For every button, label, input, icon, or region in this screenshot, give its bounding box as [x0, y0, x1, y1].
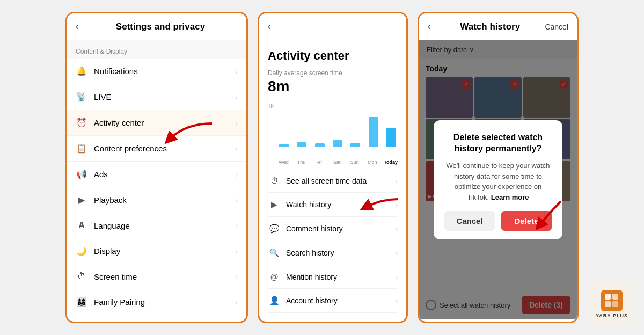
ads-label: Ads: [94, 170, 235, 179]
menu-content-prefs[interactable]: 📋 Content preferences ›: [67, 136, 246, 162]
watch-history-panel: ‹ Watch history Cancel Filter by date ∨ …: [418, 12, 579, 323]
menu-screen-time[interactable]: ⏱ Screen time ›: [67, 264, 246, 289]
svg-rect-6: [612, 301, 618, 307]
chevron-icon: ›: [235, 93, 238, 101]
activity-back-button[interactable]: ‹: [268, 21, 271, 32]
menu-ads[interactable]: 📢 Ads ›: [67, 162, 246, 187]
chevron-icon: ›: [235, 196, 238, 205]
activity-label: Activity center: [94, 118, 235, 127]
label-sun: Sun: [348, 159, 361, 165]
modal-actions: Cancel Delete: [444, 211, 552, 231]
search-label: Search history: [286, 249, 396, 257]
chevron-icon: ›: [235, 144, 238, 153]
menu-playback[interactable]: ▶ Playback ›: [67, 187, 246, 213]
chevron-icon: ›: [396, 249, 398, 257]
bar-sun: [350, 143, 360, 147]
account-icon: 👤: [268, 296, 281, 305]
chart-bar-fri: [313, 143, 326, 147]
live-icon: 📡: [76, 92, 87, 102]
content-prefs-icon: 📋: [76, 143, 87, 154]
display-icon: 🌙: [76, 246, 87, 256]
settings-body: Content & Display 🔔 Notifications › 📡 LI…: [67, 40, 246, 319]
svg-rect-5: [605, 301, 611, 307]
menu-search-history[interactable]: 🔍 Search history ›: [268, 241, 398, 265]
back-button[interactable]: ‹: [76, 21, 79, 32]
settings-header: ‹ Settings and privacy: [67, 13, 246, 40]
svg-rect-4: [612, 294, 618, 300]
yara-logo: YARA PLUS: [590, 282, 633, 325]
label-mon: Mon: [366, 159, 378, 165]
chart-bar-sat: [331, 140, 343, 147]
chart-labels: Wed Thu Fri Sat Sun Mon Today: [277, 159, 398, 165]
svg-rect-3: [605, 294, 611, 300]
menu-watch-history[interactable]: ▶ Watch history ›: [268, 193, 398, 217]
menu-recently-deleted[interactable]: 🗑 Recently deleted ›: [268, 313, 398, 319]
language-label: Language: [94, 221, 235, 230]
modal-overlay: Delete selected watch history permanentl…: [419, 40, 577, 319]
screen-time-chart: 1h: [268, 104, 398, 157]
section-content-display: Content & Display: [67, 40, 246, 59]
chevron-icon: ›: [396, 201, 398, 209]
language-icon: A: [76, 221, 87, 230]
menu-account-history[interactable]: 👤 Account history ›: [268, 289, 398, 313]
activity-title: Activity center: [268, 49, 398, 63]
chart-bar-wed: [277, 144, 290, 147]
watch-header: ‹ Watch history Cancel: [419, 13, 577, 40]
mention-label: Mention history: [286, 273, 396, 281]
bar-wed: [279, 144, 289, 147]
modal-cancel-button[interactable]: Cancel: [444, 211, 495, 231]
watch-history-label: Watch history: [286, 200, 396, 209]
live-label: LIVE: [94, 92, 235, 101]
notifications-label: Notifications: [94, 67, 235, 76]
notifications-icon: 🔔: [76, 66, 87, 76]
bar-sat: [333, 140, 342, 147]
account-label: Account history: [286, 296, 396, 305]
chart-y-label: 1h: [268, 104, 274, 110]
content-prefs-label: Content preferences: [94, 144, 235, 153]
chevron-icon: ›: [235, 119, 238, 127]
watch-back-button[interactable]: ‹: [428, 21, 431, 32]
watch-history-icon: ▶: [268, 200, 281, 209]
modal-title: Delete selected watch history permanentl…: [444, 132, 552, 155]
menu-mention-history[interactable]: @ Mention history ›: [268, 265, 398, 289]
chart-bar-mon: [367, 117, 379, 147]
activity-panel: ‹ Activity center Daily average screen t…: [258, 12, 408, 323]
label-fri: Fri: [313, 159, 325, 165]
bar-thu: [297, 142, 306, 147]
bar-mon: [369, 117, 378, 147]
cancel-header-button[interactable]: Cancel: [545, 23, 568, 31]
screen-time-label: Screen time: [94, 272, 235, 281]
menu-accessibility[interactable]: ♿ Accessibility ›: [67, 315, 246, 319]
search-icon: 🔍: [268, 248, 281, 258]
menu-language[interactable]: A Language ›: [67, 213, 246, 238]
modal-body: We'll continue to keep your watch histor…: [444, 161, 552, 202]
logo-text: YARA PLUS: [596, 313, 628, 318]
ads-icon: 📢: [76, 169, 87, 179]
bar-today: [386, 128, 396, 147]
screen-time-icon: ⏱: [76, 272, 87, 281]
activity-body: Activity center Daily average screen tim…: [259, 40, 406, 319]
menu-live[interactable]: 📡 LIVE ›: [67, 84, 246, 110]
chart-bar-sun: [349, 143, 362, 147]
menu-comment-history[interactable]: 💬 Comment history ›: [268, 217, 398, 241]
menu-screen-time-data[interactable]: ⏱ See all screen time data ›: [268, 169, 398, 193]
learn-more-link[interactable]: Learn more: [491, 193, 529, 201]
family-label: Family Pairing: [94, 297, 235, 307]
modal-delete-button[interactable]: Delete: [501, 211, 552, 231]
chevron-icon: ›: [235, 170, 238, 179]
label-sat: Sat: [331, 159, 343, 165]
chart-bars: [277, 104, 398, 147]
chevron-icon: ›: [235, 272, 238, 281]
watch-body: Filter by date ∨ Today ✓ ✓ ✓ ▶: [419, 40, 577, 319]
chart-bar-today: [385, 128, 398, 147]
chevron-icon: ›: [235, 67, 238, 76]
menu-activity-center[interactable]: ⏰ Activity center ›: [67, 110, 246, 136]
chevron-icon: ›: [396, 273, 398, 281]
chevron-icon: ›: [235, 298, 238, 307]
menu-family-pairing[interactable]: 👨‍👩‍👧 Family Pairing ›: [67, 289, 246, 315]
label-today: Today: [384, 159, 398, 165]
mention-icon: @: [268, 272, 281, 281]
menu-notifications[interactable]: 🔔 Notifications ›: [67, 59, 246, 84]
menu-display[interactable]: 🌙 Display ›: [67, 238, 246, 264]
watch-title: Watch history: [435, 21, 545, 32]
